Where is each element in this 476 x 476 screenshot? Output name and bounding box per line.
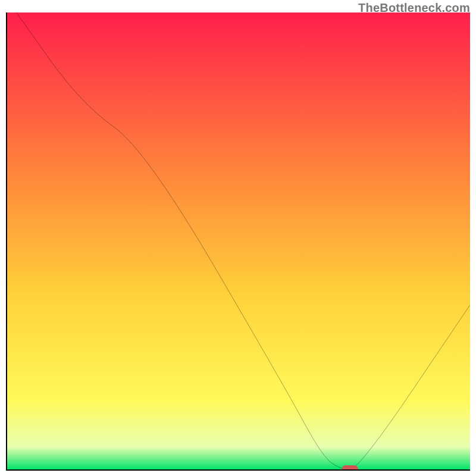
optimal-point-marker — [342, 465, 358, 471]
chart-plot-area — [6, 12, 470, 471]
svg-rect-0 — [7, 12, 470, 469]
background-gradient — [7, 12, 470, 469]
